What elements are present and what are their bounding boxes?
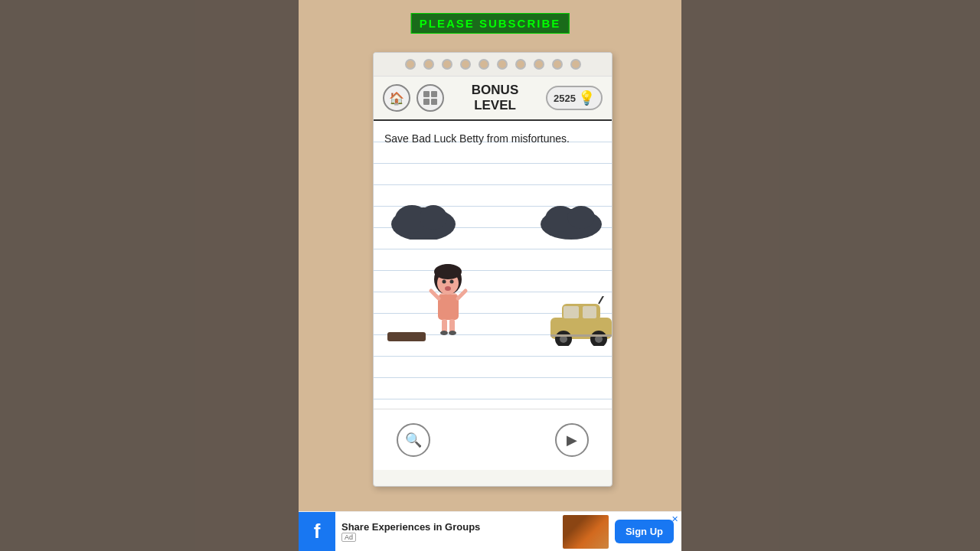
home-button[interactable]: 🏠 [383,84,410,112]
grid-button[interactable] [416,84,444,112]
ad-close-button[interactable]: ✕ [671,514,678,524]
facebook-icon: f [299,512,335,552]
ad-title: Share Experiences in Groups [341,521,557,533]
svg-rect-29 [550,334,612,337]
ad-banner: f Share Experiences in Groups Ad Sign Up… [299,511,681,551]
spiral-hole [497,59,508,70]
spiral-hole [460,59,471,70]
spiral-hole [479,59,489,70]
svg-point-2 [420,205,447,230]
left-overlay [0,0,299,551]
spiral-hole [515,59,526,70]
spiral-hole [423,59,434,70]
ad-thumbnail-image [563,515,609,549]
svg-rect-13 [438,295,459,320]
ad-thumbnail [563,515,609,549]
home-icon: 🏠 [389,91,404,106]
svg-point-9 [450,280,454,284]
right-cloud [539,197,604,240]
svg-line-15 [458,291,466,298]
svg-point-5 [567,206,595,229]
betty-character [427,264,469,340]
lightbulb-icon: 💡 [578,90,595,106]
ad-tag: Ad [341,533,356,542]
ad-signup-button[interactable]: Sign Up [615,520,674,543]
search-button[interactable]: 🔍 [397,423,430,457]
spiral-hole [552,59,563,70]
game-scene[interactable] [374,159,612,432]
notebook-header: 🏠 BONUS LEVEL 2525 💡 [374,77,612,121]
svg-rect-23 [583,306,596,318]
grid-icon [423,91,437,105]
notebook: 🏠 BONUS LEVEL 2525 💡 Save Bad Luck Betty… [373,52,612,487]
skateboard [387,332,426,341]
task-text: Save Bad Luck Betty from misfortunes. [374,121,612,154]
subscribe-banner: PLEASE SUBSCRIBE [411,13,570,34]
next-icon: ▶ [567,432,577,448]
ad-content: Share Experiences in Groups Ad [335,518,563,545]
hint-badge[interactable]: 2525 💡 [546,86,603,110]
next-button[interactable]: ▶ [555,423,589,457]
hint-count: 2525 [554,93,576,104]
svg-point-10 [445,286,451,291]
ad-label: Ad [341,533,557,542]
spiral-hole [534,59,544,70]
spiral-hole [570,59,581,70]
notebook-body: Save Bad Luck Betty from misfortunes. [374,121,612,470]
svg-point-8 [443,280,446,284]
svg-line-14 [431,291,439,298]
svg-line-24 [599,296,604,304]
subscribe-text: PLEASE SUBSCRIBE [420,17,561,30]
spiral-hole [442,59,452,70]
bonus-level-label: BONUS LEVEL [450,83,540,113]
spiral-hole [405,59,416,70]
svg-point-18 [440,331,448,335]
search-icon: 🔍 [405,432,422,448]
svg-rect-22 [564,306,579,318]
right-overlay [681,0,980,551]
left-cloud [389,197,458,240]
spiral-row [374,53,612,77]
svg-point-19 [449,331,456,335]
svg-point-11 [434,264,462,279]
notebook-footer: 🔍 ▶ [374,409,612,470]
car [547,296,612,349]
